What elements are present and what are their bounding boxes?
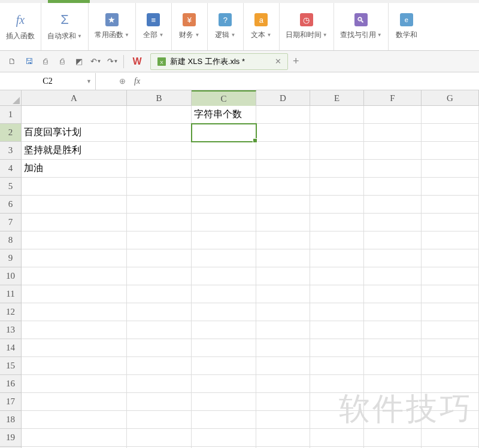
cell-F9[interactable] (364, 249, 422, 267)
cell-G4[interactable] (422, 160, 479, 178)
cell-C19[interactable] (192, 429, 256, 447)
cell-E13[interactable] (310, 321, 364, 339)
cell-B8[interactable] (127, 231, 192, 249)
cell-B11[interactable] (127, 285, 192, 303)
fx-icon-small[interactable]: fx (134, 77, 140, 86)
preview-icon[interactable]: ◩ (71, 53, 87, 70)
cell-C17[interactable] (192, 393, 256, 411)
cell-A11[interactable] (22, 285, 127, 303)
cell-A14[interactable] (22, 339, 127, 357)
cell-C11[interactable] (192, 285, 256, 303)
close-tab-icon[interactable]: ✕ (275, 57, 281, 66)
cell-B2[interactable] (127, 124, 192, 142)
cell-E1[interactable] (310, 106, 364, 124)
cell-D15[interactable] (256, 357, 310, 375)
cell-F3[interactable] (364, 142, 422, 160)
cell-F7[interactable] (364, 214, 422, 231)
new-tab-button[interactable]: + (293, 55, 299, 68)
cell-F13[interactable] (364, 321, 422, 339)
row-header-2[interactable]: 2 (0, 124, 22, 142)
zoom-icon[interactable]: ⊕ (114, 77, 131, 86)
cell-E19[interactable] (310, 429, 364, 447)
cell-G12[interactable] (422, 303, 479, 321)
cell-C7[interactable] (192, 214, 256, 231)
autosum-group[interactable]: Σ 自动求和▼ (41, 3, 89, 50)
col-header-C[interactable]: C (192, 90, 256, 106)
cell-F2[interactable] (364, 124, 422, 142)
cell-D17[interactable] (256, 393, 310, 411)
cell-G18[interactable] (422, 411, 479, 429)
cell-G14[interactable] (422, 339, 479, 357)
cell-D11[interactable] (256, 285, 310, 303)
cell-C2[interactable] (192, 124, 256, 142)
cell-A19[interactable] (22, 429, 127, 447)
cell-E12[interactable] (310, 303, 364, 321)
cell-A6[interactable] (22, 196, 127, 214)
row-header-6[interactable]: 6 (0, 196, 22, 214)
common-fn-group[interactable]: ★ 常用函数▼ (89, 3, 136, 50)
cell-B10[interactable] (127, 267, 192, 285)
cell-A16[interactable] (22, 375, 127, 393)
cell-C18[interactable] (192, 411, 256, 429)
cell-F15[interactable] (364, 357, 422, 375)
row-header-9[interactable]: 9 (0, 249, 22, 267)
row-header-11[interactable]: 11 (0, 285, 22, 303)
cell-D3[interactable] (256, 142, 310, 160)
cell-G13[interactable] (422, 321, 479, 339)
cell-F11[interactable] (364, 285, 422, 303)
cell-E10[interactable] (310, 267, 364, 285)
cell-C9[interactable] (192, 249, 256, 267)
cell-G17[interactable] (422, 393, 479, 411)
cell-G16[interactable] (422, 375, 479, 393)
cell-E16[interactable] (310, 375, 364, 393)
cell-B7[interactable] (127, 214, 192, 231)
cell-E18[interactable] (310, 411, 364, 429)
cell-A1[interactable] (22, 106, 127, 124)
insert-function-group[interactable]: fx 插入函数 (0, 3, 41, 50)
cell-B17[interactable] (127, 393, 192, 411)
cell-E15[interactable] (310, 357, 364, 375)
cell-A18[interactable] (22, 411, 127, 429)
cell-A2[interactable]: 百度回享计划 (22, 124, 127, 142)
cell-D18[interactable] (256, 411, 310, 429)
select-all-corner[interactable] (0, 90, 22, 106)
row-header-4[interactable]: 4 (0, 160, 22, 178)
cell-B6[interactable] (127, 196, 192, 214)
search-ref-group[interactable]: 🔍︎ 查找与引用▼ (334, 3, 389, 50)
cell-G2[interactable] (422, 124, 479, 142)
cell-C16[interactable] (192, 375, 256, 393)
cell-A10[interactable] (22, 267, 127, 285)
cell-C15[interactable] (192, 357, 256, 375)
row-header-18[interactable]: 18 (0, 411, 22, 429)
cell-D6[interactable] (256, 196, 310, 214)
cell-G6[interactable] (422, 196, 479, 214)
cell-C4[interactable] (192, 160, 256, 178)
cell-A4[interactable]: 加油 (22, 160, 127, 178)
cell-E11[interactable] (310, 285, 364, 303)
col-header-F[interactable]: F (364, 90, 422, 106)
cell-B5[interactable] (127, 178, 192, 196)
cell-A7[interactable] (22, 214, 127, 231)
row-header-10[interactable]: 10 (0, 267, 22, 285)
cell-B4[interactable] (127, 160, 192, 178)
formula-input[interactable] (140, 72, 479, 90)
cell-G8[interactable] (422, 231, 479, 249)
cell-G11[interactable] (422, 285, 479, 303)
cell-D9[interactable] (256, 249, 310, 267)
cell-G10[interactable] (422, 267, 479, 285)
cell-A9[interactable] (22, 249, 127, 267)
redo-icon[interactable]: ↷▼ (104, 53, 121, 70)
cell-B12[interactable] (127, 303, 192, 321)
row-header-19[interactable]: 19 (0, 429, 22, 447)
cell-F10[interactable] (364, 267, 422, 285)
print-icon[interactable]: ⎙ (37, 53, 54, 70)
cell-D1[interactable] (256, 106, 310, 124)
print-preview-icon[interactable]: ⎙ (54, 53, 71, 70)
cell-A13[interactable] (22, 321, 127, 339)
cell-F8[interactable] (364, 231, 422, 249)
cell-B18[interactable] (127, 411, 192, 429)
cell-A3[interactable]: 坚持就是胜利 (22, 142, 127, 160)
cell-A15[interactable] (22, 357, 127, 375)
cell-F4[interactable] (364, 160, 422, 178)
cell-D16[interactable] (256, 375, 310, 393)
